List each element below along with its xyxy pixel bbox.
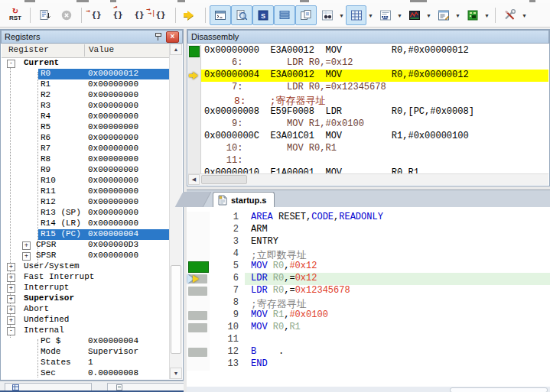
registers-vertical-scrollbar[interactable]: ▲ ▼ xyxy=(169,44,182,379)
register-row[interactable]: R100x00000000 xyxy=(2,176,169,186)
register-row[interactable]: +Fast Interrupt xyxy=(2,272,169,283)
expand-box[interactable]: + xyxy=(7,316,15,325)
disassembly-horizontal-scrollbar[interactable]: ◀ xyxy=(188,173,548,185)
disassembly-window-button[interactable] xyxy=(231,5,252,25)
trace-window-button[interactable]: ▼ xyxy=(433,5,454,25)
dropdown-arrow-icon[interactable]: ▼ xyxy=(455,13,461,18)
step-button[interactable] xyxy=(86,5,107,25)
disassembly-line[interactable]: 0x00000010 E1A00001 MOV R0,R1 xyxy=(188,167,548,173)
editor-line[interactable]: 12B . xyxy=(187,346,550,358)
step-out-button[interactable] xyxy=(129,5,150,25)
register-row[interactable]: R40x00000000 xyxy=(2,112,169,122)
editor-line[interactable]: 10MOV R0,R1 xyxy=(187,322,550,334)
register-row[interactable]: R30x00000000 xyxy=(2,101,169,112)
register-row[interactable]: +Interrupt xyxy=(2,283,169,293)
scroll-up-icon[interactable]: ▲ xyxy=(170,44,182,55)
register-row[interactable]: +Supervisor xyxy=(2,293,169,304)
expand-box[interactable]: + xyxy=(7,295,15,303)
editor-line[interactable]: 8;寄存器寻址 xyxy=(187,297,550,309)
disassembly-line[interactable]: 0x0000000C E3A01C01 MOV R1,#0x00000100 xyxy=(188,131,548,143)
register-row[interactable]: R50x00000000 xyxy=(2,122,169,133)
command-window-button[interactable] xyxy=(210,5,231,25)
editor-margin[interactable] xyxy=(187,212,210,224)
collapse-box[interactable]: - xyxy=(7,327,15,335)
register-row[interactable]: R120x00000000 xyxy=(2,197,169,208)
editor-line[interactable]: 11 xyxy=(187,334,550,346)
reset-button[interactable]: ↻ RST xyxy=(5,5,26,25)
registers-title-bar[interactable]: Registers xyxy=(1,30,183,44)
register-row[interactable]: States1 xyxy=(2,358,169,368)
register-row[interactable]: Sec0.00000008 xyxy=(2,368,169,378)
register-row[interactable]: R70x00000000 xyxy=(2,144,169,154)
run-to-cursor-button[interactable] xyxy=(150,5,171,25)
watch-window-button[interactable]: ▼ xyxy=(317,5,337,25)
editor-line[interactable]: 13END xyxy=(187,358,550,371)
column-divider[interactable] xyxy=(84,44,85,57)
exec-marker-green[interactable] xyxy=(187,261,210,273)
analysis-window-button[interactable]: ▼ xyxy=(404,5,425,25)
register-row[interactable]: R15 (PC)0x00000004 xyxy=(2,229,169,240)
scroll-left-icon[interactable]: ◀ xyxy=(188,174,200,185)
disassembly-title-bar[interactable]: Disassembly xyxy=(187,30,549,44)
code-editor[interactable]: 1AREA RESET,CODE,READONLY2ARM3ENTRY4;立即数… xyxy=(187,207,550,387)
editor-line[interactable]: 9MOV R1,#0x0100 xyxy=(187,309,550,322)
memory-window-button[interactable]: ▼ xyxy=(346,5,366,25)
run-button[interactable] xyxy=(34,5,56,25)
register-row[interactable]: R14 (LR)0x00000000 xyxy=(2,219,169,229)
register-row[interactable]: +Undefined xyxy=(2,315,169,326)
editor-line[interactable]: 3ENTRY xyxy=(187,236,550,248)
current-pc-marker[interactable] xyxy=(188,45,201,57)
editor-margin[interactable] xyxy=(187,236,210,248)
editor-line[interactable]: 7LDR R0,=0x12345678 xyxy=(187,285,550,297)
disassembly-line[interactable]: 10: MOV R0,R1 xyxy=(188,143,548,155)
scroll-down-icon[interactable]: ▼ xyxy=(170,368,182,379)
dropdown-arrow-icon[interactable]: ▼ xyxy=(522,13,527,18)
register-row[interactable]: R20x00000000 xyxy=(2,90,169,101)
system-viewer-button[interactable]: ▼ xyxy=(462,5,483,25)
next-statement-arrow-icon[interactable] xyxy=(188,70,201,82)
register-row[interactable]: +CPSR0x000000D3 xyxy=(2,240,169,251)
editor-margin[interactable] xyxy=(187,297,210,309)
expand-box[interactable]: + xyxy=(7,306,15,314)
tab-startup-s[interactable]: startup.s xyxy=(213,192,275,208)
disassembly-line[interactable]: 8: ;寄存器寻址 xyxy=(188,94,548,106)
register-row[interactable]: R90x00000000 xyxy=(2,165,169,176)
disassembly-line[interactable]: 6: LDR R0,=0x12 xyxy=(188,57,548,70)
editor-margin[interactable] xyxy=(187,248,210,261)
register-row[interactable]: R10x00000000 xyxy=(2,79,169,90)
pin-icon[interactable] xyxy=(155,32,161,41)
code-line-marker[interactable] xyxy=(187,309,210,322)
editor-margin[interactable] xyxy=(187,334,210,346)
editor-margin[interactable] xyxy=(187,224,210,236)
expand-box[interactable]: + xyxy=(22,252,31,261)
editor-line[interactable]: 5MOV R0,#0x12 xyxy=(187,261,550,273)
register-row[interactable]: R00x00000012 xyxy=(2,69,169,79)
register-row[interactable]: R13 (SP)0x00000000 xyxy=(2,208,169,219)
disassembly-line[interactable]: 0x00000004 E3A00012 MOV R0,#0x00000012 xyxy=(188,70,548,82)
editor-horizontal-scrollbar[interactable] xyxy=(187,387,550,392)
serial-window-button[interactable]: ▼ xyxy=(375,5,395,25)
code-line-marker[interactable] xyxy=(187,346,210,358)
stop-button[interactable] xyxy=(56,5,77,25)
toolbox-button[interactable]: ▼ xyxy=(500,5,520,25)
code-line-marker[interactable] xyxy=(187,322,210,334)
disassembly-line[interactable]: 9: MOV R1,#0x0100 xyxy=(188,118,548,131)
dropdown-arrow-icon[interactable]: ▼ xyxy=(368,13,373,18)
current-statement-arrows-icon[interactable] xyxy=(187,273,210,285)
register-row[interactable]: +Abort xyxy=(2,304,169,315)
scrollbar-thumb[interactable] xyxy=(450,387,548,392)
dropdown-arrow-icon[interactable]: ▼ xyxy=(484,13,490,18)
editor-line[interactable]: 2ARM xyxy=(187,224,550,236)
register-row[interactable]: R80x00000000 xyxy=(2,154,169,165)
register-row[interactable]: -Internal xyxy=(2,326,169,336)
register-row[interactable]: PC $0x00000004 xyxy=(2,336,169,347)
code-line-marker[interactable] xyxy=(187,285,210,297)
disassembly-line[interactable]: 0x00000000 E3A00012 MOV R0,#0x00000012 xyxy=(188,45,548,57)
dropdown-arrow-icon[interactable]: ▼ xyxy=(426,13,431,18)
register-row[interactable]: -Current xyxy=(2,58,169,69)
scrollbar-thumb[interactable] xyxy=(171,265,181,354)
registers-window-button[interactable] xyxy=(274,5,295,25)
expand-box[interactable]: + xyxy=(7,284,15,293)
disassembly-line[interactable]: 7: LDR R0,=0x12345678 xyxy=(188,82,548,94)
show-next-statement-button[interactable] xyxy=(180,5,201,25)
